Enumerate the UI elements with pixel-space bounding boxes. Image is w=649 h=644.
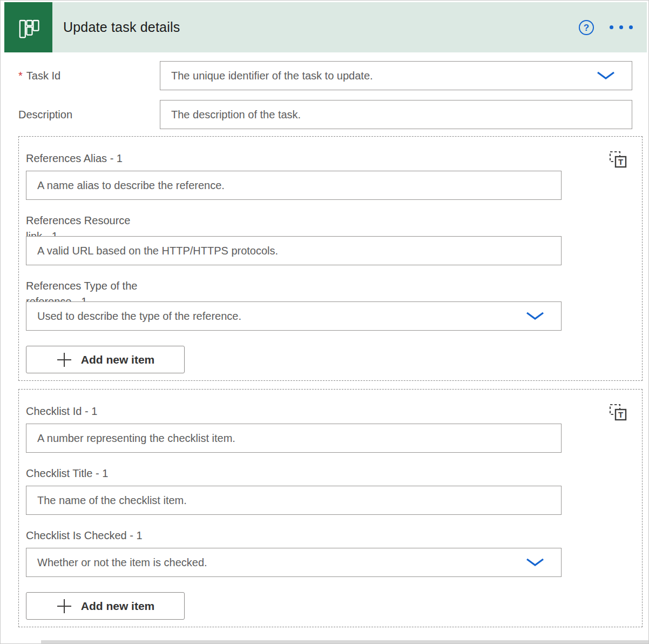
svg-text:T: T [618, 410, 623, 419]
more-options-button[interactable] [609, 22, 634, 32]
ellipsis-icon [619, 25, 623, 29]
task-id-placeholder: The unique identifier of the task to upd… [171, 70, 590, 82]
planner-board-icon [11, 11, 46, 44]
checklist-is-checked-input[interactable]: Whether or not the item is checked. [26, 548, 562, 577]
description-placeholder: The description of the task. [171, 109, 621, 121]
input-entire-array-icon: T [609, 403, 628, 422]
task-id-label-text: Task Id [26, 70, 60, 82]
input-entire-array-icon: T [609, 150, 628, 169]
chevron-down-icon[interactable] [525, 311, 545, 321]
action-title-bar[interactable]: Update task details ? [52, 2, 647, 52]
action-body: * Task Id The unique identifier of the t… [1, 61, 648, 627]
header-actions: ? [578, 19, 647, 36]
checklist-title-field: Checklist Title - 1 The name of the chec… [26, 466, 562, 515]
switch-to-input-entire-array-button[interactable]: T [609, 150, 628, 169]
task-id-row: * Task Id The unique identifier of the t… [18, 61, 632, 90]
svg-text:T: T [618, 157, 623, 166]
help-button[interactable]: ? [578, 19, 594, 36]
checklist-array-section: T Checklist Id - 1 A number representing… [18, 389, 643, 627]
checklist-is-checked-field: Checklist Is Checked - 1 Whether or not … [26, 528, 562, 577]
description-row: Description The description of the task. [18, 100, 632, 129]
add-new-item-button[interactable]: Add new item [26, 346, 185, 373]
ellipsis-icon [629, 25, 633, 29]
references-type-input[interactable]: Used to describe the type of the referen… [26, 301, 562, 331]
chevron-down-icon[interactable] [596, 71, 616, 81]
checklist-is-checked-label: Checklist Is Checked - 1 [26, 528, 562, 544]
switch-to-input-entire-array-button[interactable]: T [609, 403, 628, 422]
references-resource-link-field: References Resource link - 1 A valid URL… [26, 213, 562, 265]
references-alias-input[interactable]: A name alias to describe the reference. [26, 171, 562, 200]
planner-connector-icon [4, 2, 52, 52]
checklist-id-field: Checklist Id - 1 A number representing t… [26, 404, 562, 453]
references-resource-link-input[interactable]: A valid URL based on the HTTP/HTTPS prot… [26, 236, 562, 265]
checklist-id-input[interactable]: A number representing the checklist item… [26, 424, 562, 453]
add-new-item-button[interactable]: Add new item [26, 592, 185, 620]
plus-icon [56, 352, 72, 368]
add-new-item-label: Add new item [81, 353, 155, 366]
ellipsis-icon [610, 25, 613, 29]
task-id-label: * Task Id [18, 70, 160, 82]
action-card: Update task details ? * [0, 0, 649, 644]
chevron-down-icon[interactable] [525, 558, 545, 567]
svg-text:?: ? [584, 23, 589, 33]
help-circle-icon: ? [578, 19, 594, 36]
description-input[interactable]: The description of the task. [160, 100, 632, 129]
description-label-text: Description [18, 109, 72, 121]
action-header: Update task details ? [4, 2, 647, 52]
references-array-section: T References Alias - 1 A name alias to d… [18, 136, 643, 381]
action-title: Update task details [63, 19, 180, 35]
task-id-input[interactable]: The unique identifier of the task to upd… [160, 61, 632, 90]
checklist-title-label: Checklist Title - 1 [26, 466, 562, 481]
references-type-field: References Type of the reference - 1 Use… [26, 278, 562, 331]
add-new-item-label: Add new item [81, 600, 155, 613]
description-label: Description [18, 109, 160, 121]
required-asterisk: * [18, 70, 23, 82]
references-alias-label: References Alias - 1 [26, 151, 562, 166]
references-alias-field: References Alias - 1 A name alias to des… [26, 151, 562, 200]
next-card-edge [41, 640, 648, 643]
plus-icon [56, 598, 72, 614]
checklist-title-input[interactable]: The name of the checklist item. [26, 486, 562, 515]
checklist-id-label: Checklist Id - 1 [26, 404, 562, 419]
